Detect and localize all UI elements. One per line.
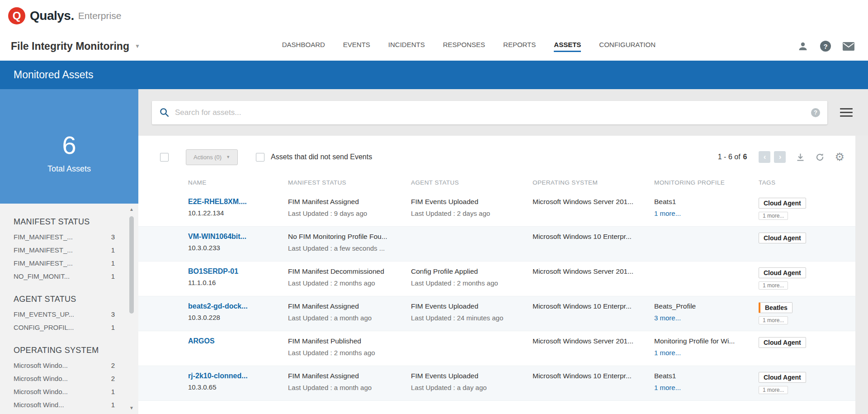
tag-more-badge[interactable]: 1 more... [759, 316, 788, 324]
facet-item[interactable]: FIM_MANIFEST_... 1 [14, 246, 115, 254]
scrollbar-thumb[interactable] [129, 216, 134, 314]
name-cell: VM-WIN1064bit... 10.3.0.233 [188, 233, 288, 257]
search-input[interactable] [175, 108, 811, 117]
toolbar-right: 1 - 6 of6 ‹ › ⚙ [718, 151, 844, 163]
facet-item[interactable]: FIM_EVENTS_UP... 3 [14, 310, 115, 318]
asset-name-link[interactable]: E2E-RHEL8XM.... [188, 198, 247, 205]
facet-item[interactable]: CONFIG_PROFIL... 1 [14, 324, 115, 331]
table-row[interactable]: VM-WIN1064bit... 10.3.0.233 No FIM Monit… [138, 227, 855, 262]
column-header-operating-system[interactable]: OPERATING SYSTEM [533, 179, 654, 186]
total-assets-count: 6 [62, 133, 76, 158]
profile-name: Monitoring Profile for Wi... [654, 337, 751, 345]
list-area: Actions (0) ▼ Assets that did not send E… [138, 136, 855, 414]
menu-icon[interactable] [840, 108, 853, 117]
profile-more-link[interactable]: 3 more... [654, 314, 681, 322]
column-header-monitoring-profile[interactable]: MONITORING PROFILE [654, 179, 759, 186]
manifest-status-cell: FIM Manifest Assigned Last Updated : 9 d… [288, 198, 411, 222]
facet-label: FIM_MANIFEST_... [14, 246, 73, 254]
sidebar-scrollbar[interactable]: ▲ ▼ [128, 206, 135, 411]
manifest-updated: Last Updated : 2 months ago [288, 279, 404, 287]
agent-status: FIM Events Uploaded [411, 372, 525, 380]
column-header-tags[interactable]: TAGS [759, 179, 855, 186]
column-header-manifest-status[interactable]: MANIFEST STATUS [288, 179, 411, 186]
column-header-name[interactable]: NAME [188, 179, 288, 186]
facet-item[interactable]: Microsoft Wind... 1 [14, 401, 115, 409]
scroll-down-icon[interactable]: ▼ [128, 405, 135, 411]
mail-icon[interactable] [843, 42, 854, 51]
pagination-total: 6 [743, 153, 747, 161]
facet-item[interactable]: FIM_MANIFEST_... 3 [14, 233, 115, 241]
manifest-status: FIM Manifest Published [288, 337, 404, 345]
prev-page-icon[interactable]: ‹ [759, 151, 770, 163]
tags-cell: Beatles 1 more... [759, 302, 855, 326]
monitoring-profile-cell: Beats1 1 more... [654, 372, 759, 396]
asset-name-link[interactable]: ARGOS [188, 337, 215, 345]
agent-status: FIM Events Uploaded [411, 198, 525, 206]
tag-badge: Cloud Agent [759, 267, 806, 278]
facet-label: NO_FIM_MONIT... [14, 272, 70, 280]
brand-row: Q Qualys. Enterprise [0, 0, 868, 32]
asset-name-link[interactable]: BO1SERDP-01 [188, 267, 238, 275]
tag-more-badge[interactable]: 1 more... [759, 212, 788, 220]
tags-cell: Cloud Agent 1 more... [759, 372, 855, 396]
table-row[interactable]: ARGOS FIM Manifest Published Last Update… [138, 331, 855, 366]
select-all-checkbox[interactable] [160, 153, 169, 162]
list-wrap: Actions (0) ▼ Assets that did not send E… [138, 136, 868, 414]
column-header-agent-status[interactable]: AGENT STATUS [411, 179, 533, 186]
facet-count: 1 [111, 246, 115, 254]
actions-button[interactable]: Actions (0) ▼ [186, 149, 238, 165]
nav-item-events[interactable]: EVENTS [343, 41, 370, 52]
user-icon[interactable] [797, 41, 808, 52]
refresh-icon[interactable] [815, 152, 825, 162]
total-assets-label: Total Assets [47, 164, 91, 174]
nav-item-responses[interactable]: RESPONSES [443, 41, 485, 52]
scroll-up-icon[interactable]: ▲ [128, 206, 135, 213]
facet-item[interactable]: Microsoft Windo... 2 [14, 375, 115, 382]
download-icon[interactable] [796, 152, 805, 162]
asset-name-link[interactable]: rj-2k10-clonned... [188, 372, 248, 380]
no-events-filter-label: Assets that did not send Events [271, 153, 372, 161]
no-events-filter-checkbox[interactable] [256, 153, 264, 162]
table-row[interactable]: beats2-gd-dock... 10.3.0.228 FIM Manifes… [138, 296, 855, 331]
facet-item[interactable]: NO_FIM_MONIT... 1 [14, 272, 115, 280]
asset-name-link[interactable]: VM-WIN1064bit... [188, 233, 246, 240]
nav-item-reports[interactable]: REPORTS [503, 41, 536, 52]
search-bar: ? [152, 101, 827, 124]
monitoring-profile-cell [654, 267, 759, 291]
app-switcher[interactable]: File Integrity Monitoring ▼ [11, 40, 140, 52]
facet-item[interactable]: Microsoft Windo... 1 [14, 388, 115, 395]
table-row[interactable]: rj-2k10-clonned... 10.3.0.65 FIM Manifes… [138, 366, 855, 401]
facet-item[interactable]: Microsoft Windo... 2 [14, 362, 115, 369]
facet-label: FIM_EVENTS_UP... [14, 310, 74, 318]
asset-ip: 10.3.0.228 [188, 314, 281, 321]
profile-more-link[interactable]: 1 more... [654, 349, 681, 357]
nav-item-dashboard[interactable]: DASHBOARD [282, 41, 325, 52]
help-icon[interactable]: ? [820, 41, 831, 52]
manifest-updated: Last Updated : 9 days ago [288, 209, 404, 217]
nav-item-incidents[interactable]: INCIDENTS [388, 41, 425, 52]
facet-item[interactable]: FIM_MANIFEST_... 1 [14, 259, 115, 267]
gear-glyph: ⚙ [835, 152, 844, 162]
table-row[interactable]: BO1SERDP-01 11.1.0.16 FIM Manifest Decom… [138, 262, 855, 296]
profile-more-link[interactable]: 1 more... [654, 384, 681, 391]
page-title-bar: Monitored Assets [0, 61, 868, 89]
manifest-updated: Last Updated : a few seconds ... [288, 244, 404, 252]
agent-status: Config Profile Applied [411, 267, 525, 276]
table-row[interactable]: E2E-RHEL8XM.... 10.1.22.134 FIM Manifest… [138, 192, 855, 227]
facet-group-operating-system: OPERATING SYSTEM Microsoft Windo... 2 Mi… [14, 346, 115, 409]
nav-item-configuration[interactable]: CONFIGURATION [599, 41, 656, 52]
nav-item-assets[interactable]: ASSETS [554, 41, 581, 52]
tag-more-badge[interactable]: 1 more... [759, 386, 788, 394]
tag-badge: Cloud Agent [759, 337, 806, 348]
manifest-status-cell: FIM Manifest Assigned Last Updated : a m… [288, 302, 411, 326]
chevron-down-icon: ▼ [226, 155, 230, 159]
nav-row: File Integrity Monitoring ▼ DASHBOARD EV… [0, 32, 868, 61]
os-cell: Microsoft Windows Server 201... [533, 267, 654, 291]
next-page-icon[interactable]: › [774, 151, 786, 163]
tag-more-badge[interactable]: 1 more... [759, 281, 788, 290]
name-cell: beats2-gd-dock... 10.3.0.228 [188, 302, 288, 326]
gear-icon[interactable]: ⚙ [835, 152, 844, 162]
profile-more-link[interactable]: 1 more... [654, 209, 681, 217]
search-help-icon[interactable]: ? [811, 108, 820, 117]
asset-name-link[interactable]: beats2-gd-dock... [188, 302, 248, 310]
